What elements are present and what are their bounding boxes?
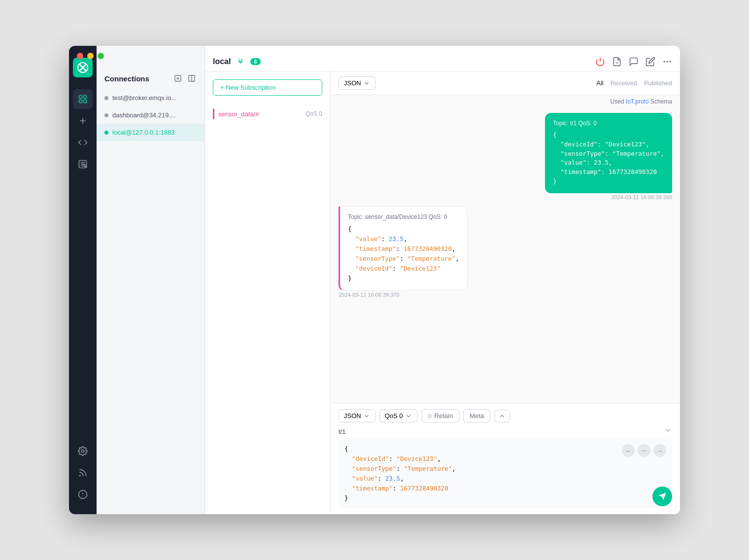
svg-rect-1 (79, 96, 82, 99)
expand-button[interactable] (494, 410, 510, 422)
format-select-value: JSON (344, 79, 361, 87)
compose-body: { "deviceId": "Device123", "sensorType":… (344, 444, 666, 503)
messages-toolbar: JSON All Received Published (331, 71, 680, 95)
nav-prev-button[interactable]: ← (622, 444, 635, 457)
filter-tab-all[interactable]: All (596, 77, 603, 89)
svg-point-26 (667, 61, 668, 62)
topic-chevron-icon (664, 426, 672, 436)
content-area: + New Subscription sensor_data/# QoS 0 J… (205, 71, 680, 514)
retain-dot (428, 414, 432, 418)
conn-item-label: test@broker.emqx.io... (112, 94, 176, 102)
svg-point-14 (79, 475, 80, 476)
svg-rect-2 (84, 96, 87, 99)
sidebar-item-settings[interactable] (73, 441, 93, 461)
subscription-item[interactable]: sensor_data/# QoS 0 (205, 104, 330, 124)
filter-tab-received[interactable]: Received (611, 77, 637, 89)
messages-list: Topic: t/1 QoS: 0 { "deviceId": "Device1… (331, 108, 680, 403)
sidebar-item-code[interactable] (73, 133, 93, 152)
active-connection-name: local (213, 57, 231, 66)
topbar: local 6 (205, 46, 680, 71)
svg-line-12 (86, 167, 87, 168)
schema-text: Schema (650, 98, 672, 105)
nav-minus-button[interactable]: − (638, 444, 650, 457)
published-msg-body: { "deviceId": "Device123", "sensorType":… (553, 131, 664, 186)
received-msg-body: { "value": 23.5, "timestamp": 1677328490… (348, 224, 459, 283)
received-msg-wrapper: Topic: sensor_data/Device123 QoS: 0 { "v… (339, 206, 468, 298)
edit-icon[interactable] (646, 57, 655, 67)
svg-point-27 (670, 61, 671, 62)
more-icon[interactable] (662, 57, 672, 67)
compose-toolbar: JSON QoS 0 (339, 409, 672, 422)
sidebar-item-add[interactable] (73, 111, 93, 131)
traffic-light-yellow[interactable] (87, 53, 94, 59)
compose-area: JSON QoS 0 (331, 403, 680, 514)
subscription-qos: QoS 0 (306, 110, 322, 117)
compose-qos-value: QoS 0 (385, 412, 403, 420)
filter-tab-published[interactable]: Published (644, 77, 672, 89)
retain-label: Retain (435, 412, 453, 420)
nav-next-button[interactable]: → (653, 444, 666, 457)
format-select[interactable]: JSON (339, 76, 375, 90)
connection-chevron-icon (236, 57, 245, 67)
add-connection-button[interactable] (173, 73, 183, 83)
connections-header: Connections (97, 73, 204, 89)
traffic-light-red[interactable] (77, 53, 83, 59)
compose-format-value: JSON (344, 412, 361, 420)
icon-sidebar (69, 46, 97, 514)
send-button[interactable] (652, 487, 672, 506)
svg-point-25 (664, 61, 665, 62)
published-msg-wrapper: Topic: t/1 QoS: 0 { "deviceId": "Device1… (339, 113, 672, 200)
compose-topic[interactable]: t/1 (339, 428, 345, 435)
connections-panel: Connections test@ (97, 46, 205, 514)
connections-actions (173, 73, 197, 83)
published-msg-timestamp: 2024-03-11 16:06:39:260 (545, 194, 672, 200)
sidebar-item-log[interactable] (73, 154, 93, 174)
published-message: Topic: t/1 QoS: 0 { "deviceId": "Device1… (545, 113, 672, 193)
svg-rect-3 (79, 100, 82, 103)
conn-item-label-active: local@127.0.0.1:1883 (112, 129, 175, 136)
sidebar-item-feed[interactable] (73, 463, 93, 483)
retain-button[interactable]: Retain (421, 409, 460, 422)
messages-panel: JSON All Received Published Used IoT.pro… (331, 71, 680, 514)
traffic-light-green[interactable] (98, 53, 104, 59)
compose-format-select[interactable]: JSON (339, 409, 375, 422)
svg-rect-4 (84, 100, 87, 103)
compose-nav-buttons: ← − → (622, 444, 666, 457)
topbar-actions (595, 57, 672, 67)
layout-button[interactable] (187, 73, 197, 83)
conn-status-dot (104, 96, 108, 100)
sub-color-indicator (213, 108, 214, 119)
connection-item-local[interactable]: local@127.0.0.1:1883 (97, 124, 204, 141)
power-icon[interactable] (595, 57, 605, 67)
compose-editor[interactable]: { "deviceId": "Device123", "sensorType":… (339, 439, 672, 508)
received-msg-header: Topic: sensor_data/Device123 QoS: 0 (348, 213, 459, 220)
published-msg-header: Topic: t/1 QoS: 0 (553, 120, 664, 127)
compose-qos-select[interactable]: QoS 0 (379, 409, 417, 422)
conn-status-dot (104, 113, 108, 117)
conn-item-label: dashboard@34.219.... (112, 111, 176, 119)
file-icon[interactable] (612, 57, 622, 67)
subscriptions-panel: + New Subscription sensor_data/# QoS 0 (205, 71, 331, 514)
main-content: local 6 (205, 46, 680, 514)
received-msg-timestamp: 2024-03-11 16:06:39:370 (339, 292, 468, 298)
chat-icon[interactable] (629, 57, 639, 67)
conn-status-dot-online (104, 131, 108, 135)
connection-item-dashboard[interactable]: dashboard@34.219.... (97, 106, 204, 124)
meta-button[interactable]: Meta (463, 409, 490, 422)
schema-used-text: Used (611, 98, 624, 105)
connection-item-test[interactable]: test@broker.emqx.io... (97, 89, 204, 106)
topic-row: t/1 (339, 426, 672, 436)
connections-title: Connections (104, 74, 149, 83)
sidebar-item-info[interactable] (73, 485, 93, 504)
subscription-topic: sensor_data/# (218, 110, 302, 118)
svg-point-11 (84, 165, 86, 167)
sidebar-item-connections[interactable] (73, 89, 93, 109)
schema-link[interactable]: IoT.proto (626, 98, 649, 105)
received-message: Topic: sensor_data/Device123 QoS: 0 { "v… (339, 206, 468, 291)
filter-tabs: All Received Published (596, 77, 672, 89)
connection-badge: 6 (250, 58, 260, 65)
svg-point-13 (82, 450, 84, 453)
new-subscription-button[interactable]: + New Subscription (213, 79, 322, 96)
schema-notice: Used IoT.proto Schema (331, 95, 680, 108)
